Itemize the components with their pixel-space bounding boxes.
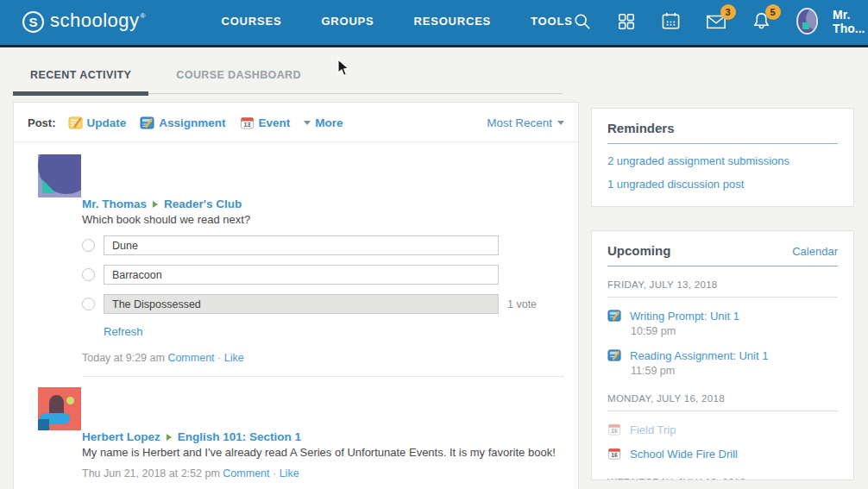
poll-question: Which book should we read next? <box>82 213 564 226</box>
reminder-ungraded-assignments-link[interactable]: 2 ungraded assignment submissions <box>607 154 838 167</box>
poll-radio-dune[interactable] <box>82 239 95 252</box>
dot-separator: · <box>217 352 221 364</box>
poll-radio-dispossessed[interactable] <box>82 298 95 310</box>
event-link-fire-drill[interactable]: School Wide Fire Drill <box>630 448 738 461</box>
activity-feed-card: Post: Update Assignment 13 Event More Mo… <box>13 102 579 489</box>
date-header-monday: MONDAY, JULY 16, 2018 <box>607 393 838 411</box>
apps-grid-icon[interactable] <box>617 11 636 32</box>
event-link-reading-assignment[interactable]: Reading Assignment: Unit 1 <box>630 349 768 362</box>
tab-recent-activity[interactable]: RECENT ACTIVITY <box>13 59 148 93</box>
avatar-art <box>66 397 74 404</box>
nav-resources[interactable]: RESOURCES <box>414 15 492 28</box>
assignment-icon <box>607 348 621 362</box>
main-nav: COURSES GROUPS RESOURCES TOOLS <box>221 15 572 28</box>
post-toolbar: Post: Update Assignment 13 Event More Mo… <box>14 103 578 142</box>
post-event-button[interactable]: 13 Event <box>240 116 291 130</box>
course-link-readers-club[interactable]: Reader's Club <box>164 197 242 210</box>
event-time: 11:59 pm <box>631 365 838 377</box>
sort-chevron-down-icon <box>557 121 564 125</box>
like-link[interactable]: Like <box>224 352 244 364</box>
poll-options: Dune Barracoon The Dispossessed 1 vote <box>82 235 564 314</box>
course-link-english-101[interactable]: English 101: Section 1 <box>178 430 301 443</box>
logo-text: schoology <box>50 9 140 32</box>
avatar-art <box>802 22 809 29</box>
mouse-cursor <box>337 59 349 77</box>
event-time: 10:59 pm <box>631 325 838 337</box>
event-icon: 13 <box>240 116 255 130</box>
calendar-day-icon: 16 <box>607 423 621 436</box>
calendar-day-icon: 16 <box>607 447 621 461</box>
post-timestamp: Today at 9:29 am <box>82 352 165 364</box>
messages-icon[interactable]: 3 <box>706 11 726 32</box>
registered-mark: ® <box>141 12 146 20</box>
nav-groups[interactable]: GROUPS <box>321 15 374 28</box>
herbert-post-meta: Thu Jun 21, 2018 at 2:52 pm Comment · Li… <box>82 467 564 480</box>
comment-link[interactable]: Comment <box>223 467 269 480</box>
calendar-icon[interactable] <box>661 11 681 32</box>
tab-course-dashboard[interactable]: COURSE DASHBOARD <box>159 59 318 93</box>
nav-courses[interactable]: COURSES <box>221 15 281 28</box>
calendar-link[interactable]: Calendar <box>792 245 838 258</box>
breadcrumb-arrow-icon <box>153 201 158 208</box>
poll-option-barracoon[interactable]: Barracoon <box>104 265 499 285</box>
update-icon <box>68 116 83 130</box>
like-link[interactable]: Like <box>280 467 299 480</box>
post-update-button[interactable]: Update <box>68 116 127 130</box>
upcoming-title: Upcoming <box>607 243 670 258</box>
reminders-title: Reminders <box>607 121 675 135</box>
top-navbar: S schoology ® COURSES GROUPS RESOURCES T… <box>0 0 868 47</box>
schoology-home-screen: S schoology ® COURSES GROUPS RESOURCES T… <box>0 0 868 489</box>
poll-option-dispossessed[interactable]: The Dispossessed <box>104 294 499 314</box>
event-link-field-trip[interactable]: Field Trip <box>630 423 676 436</box>
poll-radio-barracoon[interactable] <box>82 268 95 281</box>
post-assignment-label: Assignment <box>159 116 225 129</box>
upcoming-event: Reading Assignment: Unit 1 <box>607 348 838 362</box>
poll-row: Barracoon <box>82 265 564 285</box>
reminders-card: Reminders 2 ungraded assignment submissi… <box>591 108 854 207</box>
user-avatar[interactable] <box>796 8 818 34</box>
post-more-button[interactable]: More <box>304 116 343 129</box>
author-link-herbert-lopez[interactable]: Herbert Lopez <box>82 430 160 443</box>
herbert-post-text: My name is Herbert and I've already read… <box>82 446 564 459</box>
avatar-art <box>38 419 49 430</box>
navbar-icons: 3 5 Mr. Tho... <box>573 8 868 35</box>
notifications-bell-icon[interactable]: 5 <box>752 11 771 32</box>
poll-post-body: Mr. Thomas Reader's Club Which book shou… <box>82 197 564 377</box>
upcoming-header: Upcoming Calendar <box>607 243 838 266</box>
date-header-wednesday: WEDNESDAY, JULY 18, 2018 <box>607 477 838 480</box>
author-link-mr-thomas[interactable]: Mr. Thomas <box>82 197 147 210</box>
schoology-logo-icon: S <box>22 11 44 33</box>
upcoming-card: Upcoming Calendar FRIDAY, JULY 13, 2018 … <box>591 230 854 480</box>
post-event-label: Event <box>259 116 291 129</box>
svg-text:16: 16 <box>611 428 618 434</box>
herbert-post-title: Herbert Lopez English 101: Section 1 <box>82 430 564 443</box>
assignment-icon <box>140 116 154 130</box>
svg-text:16: 16 <box>611 452 618 458</box>
post-label: Post: <box>28 116 56 129</box>
poll-post: Mr. Thomas Reader's Club Which book shou… <box>14 142 578 377</box>
user-menu-name[interactable]: Mr. Tho... <box>833 8 868 35</box>
search-icon[interactable] <box>573 11 592 32</box>
post-assignment-button[interactable]: Assignment <box>140 116 225 130</box>
mr-thomas-avatar[interactable] <box>38 154 81 197</box>
event-link-writing-prompt[interactable]: Writing Prompt: Unit 1 <box>630 310 739 323</box>
sort-dropdown[interactable]: Most Recent <box>487 116 564 129</box>
home-tabs: RECENT ACTIVITY COURSE DASHBOARD <box>13 59 563 94</box>
reminder-ungraded-discussion-link[interactable]: 1 ungraded discussion post <box>607 178 838 191</box>
poll-option-dune[interactable]: Dune <box>104 235 499 255</box>
herbert-lopez-avatar[interactable] <box>38 387 81 430</box>
poll-post-title: Mr. Thomas Reader's Club <box>82 197 564 210</box>
poll-row: Dune <box>82 235 564 255</box>
date-header-friday: FRIDAY, JULY 13, 2018 <box>607 279 838 298</box>
post-update-label: Update <box>87 116 127 129</box>
notifications-badge: 5 <box>765 4 781 20</box>
nav-tools[interactable]: TOOLS <box>531 15 573 28</box>
poll-refresh-link[interactable]: Refresh <box>104 325 143 338</box>
more-dropdown-icon <box>304 121 311 125</box>
right-sidebar: Reminders 2 ungraded assignment submissi… <box>591 108 854 480</box>
comment-link[interactable]: Comment <box>167 352 214 364</box>
assignment-icon <box>607 309 621 323</box>
dot-separator: · <box>273 467 276 480</box>
schoology-logo[interactable]: S schoology ® <box>22 9 145 33</box>
svg-text:13: 13 <box>243 122 250 128</box>
